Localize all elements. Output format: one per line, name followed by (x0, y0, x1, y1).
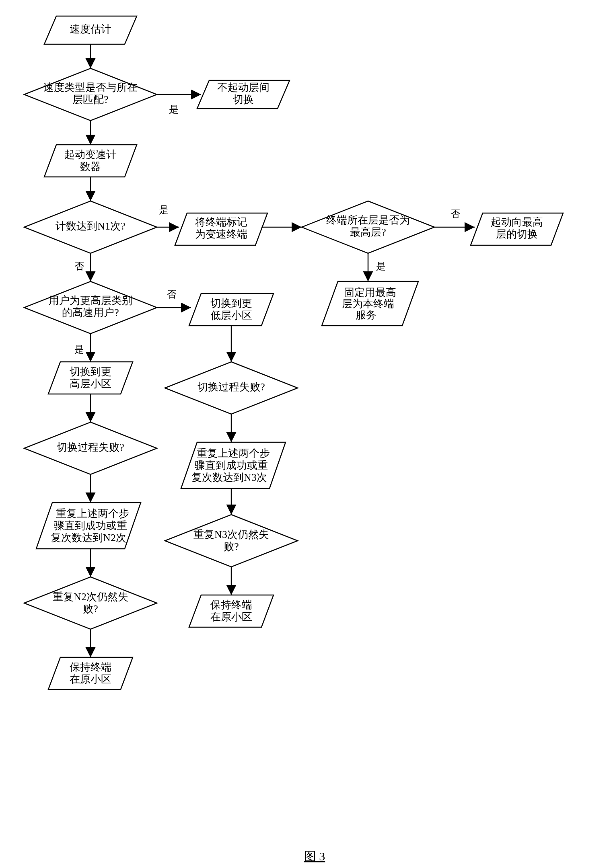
edge-label-yes-2: 是 (159, 205, 169, 215)
svg-text:高层小区: 高层小区 (70, 378, 111, 390)
svg-text:层为本终端: 层为本终端 (342, 298, 394, 310)
svg-text:服务: 服务 (356, 309, 376, 321)
svg-text:速度估计: 速度估计 (70, 23, 111, 35)
svg-text:重复上述两个步: 重复上述两个步 (197, 447, 270, 459)
svg-text:切换到更: 切换到更 (210, 298, 252, 309)
edge-label-yes-1: 是 (169, 104, 179, 115)
svg-text:重复N3次仍然失: 重复N3次仍然失 (193, 529, 269, 540)
node-high-layer-user: 用户为更高层类别 的高速用户? (24, 281, 157, 334)
svg-text:败?: 败? (224, 541, 239, 552)
svg-text:不起动层间: 不起动层间 (217, 82, 269, 93)
svg-text:重复N2次仍然失: 重复N2次仍然失 (53, 591, 128, 603)
svg-text:最高层?: 最高层? (350, 226, 386, 238)
node-repeat-n3: 重复上述两个步 骤直到成功或重 复次数达到N3次 (181, 442, 286, 488)
svg-text:重复上述两个步: 重复上述两个步 (56, 508, 129, 519)
node-keep-cell-left: 保持终端 在原小区 (48, 657, 133, 689)
svg-text:用户为更高层类别: 用户为更高层类别 (49, 295, 132, 306)
node-count-n1: 计数达到N1次? (24, 201, 157, 253)
svg-text:计数达到N1次?: 计数达到N1次? (56, 220, 125, 232)
svg-text:保持终端: 保持终端 (70, 661, 111, 673)
node-repeat-n2: 重复上述两个步 骤直到成功或重 复次数达到N2次 (36, 503, 141, 549)
edge-label-yes-4: 是 (74, 344, 84, 355)
edge-label-no-2: 否 (74, 261, 84, 271)
svg-text:为变速终端: 为变速终端 (195, 228, 247, 240)
svg-text:切换过程失败?: 切换过程失败? (57, 441, 124, 453)
svg-text:骤直到成功或重: 骤直到成功或重 (54, 520, 127, 531)
flowchart-svg: 速度估计 速度类型是否与所在 层匹配? 是 不起动层间 切换 起动变速计 数器 … (8, 8, 613, 868)
svg-text:起动变速计: 起动变速计 (64, 149, 117, 160)
svg-text:在原小区: 在原小区 (70, 673, 111, 685)
svg-text:层匹配?: 层匹配? (72, 94, 109, 105)
node-speed-type-match: 速度类型是否与所在 层匹配? (24, 68, 157, 121)
node-mark-terminal: 将终端标记 为变速终端 (175, 213, 267, 245)
svg-text:骤直到成功或重: 骤直到成功或重 (195, 460, 268, 471)
node-switch-lower: 切换到更 低层小区 (189, 293, 274, 326)
svg-text:切换过程失败?: 切换过程失败? (197, 381, 265, 393)
svg-text:的高速用户?: 的高速用户? (62, 307, 119, 318)
svg-text:层的切换: 层的切换 (496, 228, 538, 240)
node-keep-cell-right: 保持终端 在原小区 (189, 595, 274, 627)
svg-text:终端所在层是否为: 终端所在层是否为 (326, 214, 410, 226)
svg-text:低层小区: 低层小区 (210, 310, 252, 321)
node-no-interlayer: 不起动层间 切换 (197, 80, 290, 109)
node-still-fail-n3: 重复N3次仍然失 败? (165, 515, 298, 567)
node-switch-fail-left: 切换过程失败? (24, 422, 157, 474)
svg-text:将终端标记: 将终端标记 (195, 216, 247, 228)
svg-text:数器: 数器 (80, 161, 101, 172)
node-speed-estimate: 速度估计 (44, 16, 137, 44)
edge-label-yes-3: 是 (376, 261, 386, 271)
svg-text:复次数达到N3次: 复次数达到N3次 (191, 472, 267, 483)
node-switch-fail-right: 切换过程失败? (165, 362, 298, 414)
svg-text:在原小区: 在原小区 (210, 611, 252, 623)
node-still-fail-n2: 重复N2次仍然失 败? (24, 577, 157, 629)
svg-text:固定用最高: 固定用最高 (344, 287, 396, 298)
node-start-top-switch: 起动向最高 层的切换 (471, 213, 563, 245)
node-fix-top-layer: 固定用最高 层为本终端 服务 (322, 281, 418, 326)
node-start-counter: 起动变速计 数器 (44, 145, 137, 177)
svg-text:复次数达到N2次: 复次数达到N2次 (51, 532, 126, 544)
svg-text:败?: 败? (83, 603, 98, 615)
node-switch-higher: 切换到更 高层小区 (48, 362, 133, 394)
svg-text:起动向最高: 起动向最高 (491, 216, 543, 228)
node-is-top-layer: 终端所在层是否为 最高层? (302, 201, 434, 253)
edge-label-no-1: 否 (450, 209, 460, 219)
svg-text:速度类型是否与所在: 速度类型是否与所在 (43, 82, 138, 93)
svg-text:切换: 切换 (233, 94, 254, 105)
svg-text:保持终端: 保持终端 (210, 599, 252, 611)
edge-label-no-3: 否 (167, 289, 177, 300)
figure-caption: 图 3 (304, 850, 325, 863)
svg-text:切换到更: 切换到更 (70, 366, 111, 378)
